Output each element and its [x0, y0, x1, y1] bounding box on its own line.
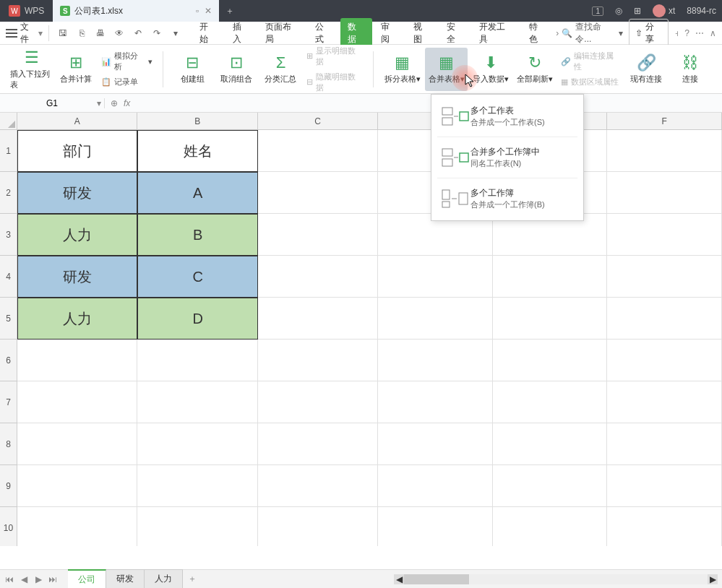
cell-C3[interactable] — [258, 214, 378, 256]
save-icon[interactable]: 🖫 — [55, 25, 71, 41]
cell-F4[interactable] — [607, 256, 722, 298]
cell-F3[interactable] — [607, 214, 722, 256]
cells-area[interactable]: 部门姓名研发A人力B研发C人力D — [17, 130, 722, 546]
cell-A3[interactable]: 人力 — [17, 214, 137, 256]
cell-D7[interactable] — [378, 381, 493, 423]
cell-F6[interactable] — [607, 340, 722, 381]
create-group-button[interactable]: ⊟ 创建组 — [171, 48, 213, 91]
cell-A10[interactable] — [17, 507, 137, 546]
cell-C7[interactable] — [258, 381, 378, 423]
preview-icon[interactable]: 👁 — [111, 25, 127, 41]
cell-E5[interactable] — [493, 298, 608, 340]
cell-D10[interactable] — [378, 507, 493, 546]
cell-reference-input[interactable] — [6, 98, 98, 108]
cell-C5[interactable] — [258, 298, 378, 340]
fx-icon[interactable]: fx — [124, 98, 130, 108]
column-header-F[interactable]: F — [607, 113, 722, 130]
ungroup-button[interactable]: ⊡ 取消组合 — [215, 48, 258, 91]
document-tab[interactable]: S 公司表1.xlsx ▫ ✕ — [53, 0, 219, 22]
scroll-left-icon[interactable]: ◀ — [394, 574, 404, 584]
cell-B5[interactable]: D — [137, 298, 257, 340]
ribbon-tab-7[interactable]: 安全 — [439, 18, 470, 48]
ribbon-tab-9[interactable]: 特色 — [522, 18, 553, 48]
row-header-9[interactable]: 9 — [0, 465, 17, 507]
column-header-B[interactable]: B — [137, 113, 257, 130]
cell-C8[interactable] — [258, 423, 378, 465]
column-header-A[interactable]: A — [17, 113, 137, 130]
ribbon-tab-8[interactable]: 开发工具 — [472, 18, 520, 48]
sim-analysis-button[interactable]: 📊 模拟分析▾ — [98, 49, 155, 74]
merge-calc-button[interactable]: ⊞ 合并计算 — [54, 48, 97, 91]
help-icon[interactable]: ? — [684, 28, 689, 38]
merge-table-button[interactable]: ▦ 合并表格▾ — [425, 48, 468, 91]
search-command[interactable]: 🔍 查找命令... ▾ — [562, 21, 623, 46]
cell-F10[interactable] — [607, 507, 722, 546]
sheet-nav-prev-icon[interactable]: ◀ — [17, 573, 30, 586]
row-header-10[interactable]: 10 — [0, 507, 17, 546]
tab-close-icon[interactable]: ✕ — [205, 6, 212, 16]
cell-A9[interactable] — [17, 465, 137, 507]
insert-dropdown-list-button[interactable]: ☰ 插入下拉列表 — [10, 48, 53, 91]
cell-B1[interactable]: 姓名 — [137, 130, 257, 172]
cell-B7[interactable] — [137, 381, 257, 423]
merge-same-name-sheets-item[interactable]: 合并多个工作簿中 同名工作表(N) — [431, 140, 583, 175]
cell-B8[interactable] — [137, 423, 257, 465]
cell-F5[interactable] — [607, 298, 722, 340]
cell-E10[interactable] — [493, 507, 608, 546]
cell-D9[interactable] — [378, 465, 493, 507]
refresh-all-button[interactable]: ↻ 全部刷新▾ — [514, 48, 556, 91]
tabs-scroll-icon[interactable]: › — [553, 28, 562, 38]
row-header-5[interactable]: 5 — [0, 298, 17, 340]
share-button[interactable]: ⇧ 分享 — [629, 19, 669, 48]
cell-C10[interactable] — [258, 507, 378, 546]
row-header-1[interactable]: 1 — [0, 130, 17, 172]
cell-E7[interactable] — [493, 381, 608, 423]
cell-F2[interactable] — [607, 172, 722, 214]
sheet-tab-研发[interactable]: 研发 — [106, 569, 145, 588]
cell-B3[interactable]: B — [137, 214, 257, 256]
import-data-button[interactable]: ⬇ 导入数据▾ — [469, 48, 512, 91]
cell-A2[interactable]: 研发 — [17, 172, 137, 214]
cell-D4[interactable] — [378, 256, 493, 298]
cell-E6[interactable] — [493, 340, 608, 381]
split-table-button[interactable]: ▦ 拆分表格▾ — [381, 48, 424, 91]
cell-D8[interactable] — [378, 423, 493, 465]
expand-icon[interactable]: ∧ — [710, 28, 716, 38]
existing-connection-button[interactable]: 🔗 现有连接 — [625, 48, 668, 91]
spreadsheet-grid[interactable]: ABCDEF 12345678910 部门姓名研发A人力B研发C人力D — [0, 113, 722, 546]
print-icon[interactable]: 🖶 — [93, 25, 108, 41]
cell-A7[interactable] — [17, 381, 137, 423]
scroll-right-icon[interactable]: ▶ — [708, 574, 718, 584]
add-sheet-button[interactable]: ＋ — [183, 573, 202, 585]
file-menu[interactable]: 文件 ▾ — [6, 21, 43, 46]
formula-input[interactable] — [136, 98, 716, 108]
cell-C9[interactable] — [258, 465, 378, 507]
row-header-7[interactable]: 7 — [0, 381, 17, 423]
record-sheet-button[interactable]: 📋 记录单 — [98, 75, 155, 89]
cell-F9[interactable] — [607, 465, 722, 507]
more-icon[interactable]: ⋯ — [695, 28, 704, 38]
merge-multi-sheets-item[interactable]: 多个工作表 合并成一个工作表(S) — [431, 99, 583, 134]
sheet-nav-last-icon[interactable]: ⏭ — [46, 573, 59, 586]
cell-E8[interactable] — [493, 423, 608, 465]
sheet-tab-公司[interactable]: 公司 — [68, 569, 106, 588]
cell-C4[interactable] — [258, 256, 378, 298]
cell-B10[interactable] — [137, 507, 257, 546]
sheet-nav-first-icon[interactable]: ⏮ — [3, 573, 16, 586]
cell-D6[interactable] — [378, 340, 493, 381]
cell-B6[interactable] — [137, 340, 257, 381]
cell-E4[interactable] — [493, 256, 608, 298]
cell-A1[interactable]: 部门 — [17, 130, 137, 172]
scroll-thumb[interactable] — [404, 574, 469, 584]
cell-C1[interactable] — [258, 130, 378, 172]
copy-icon[interactable]: ⎘ — [74, 25, 90, 41]
row-header-3[interactable]: 3 — [0, 214, 17, 256]
subtotal-button[interactable]: Σ 分类汇总 — [259, 48, 302, 91]
qat-dropdown-icon[interactable]: ▾ — [168, 25, 184, 41]
row-header-4[interactable]: 4 — [0, 256, 17, 298]
connection-button[interactable]: ⛓ 连接 — [669, 48, 712, 91]
namebox-dropdown-icon[interactable]: ▾ — [97, 98, 101, 108]
cell-F1[interactable] — [607, 130, 722, 172]
cell-B9[interactable] — [137, 465, 257, 507]
cell-F8[interactable] — [607, 423, 722, 465]
